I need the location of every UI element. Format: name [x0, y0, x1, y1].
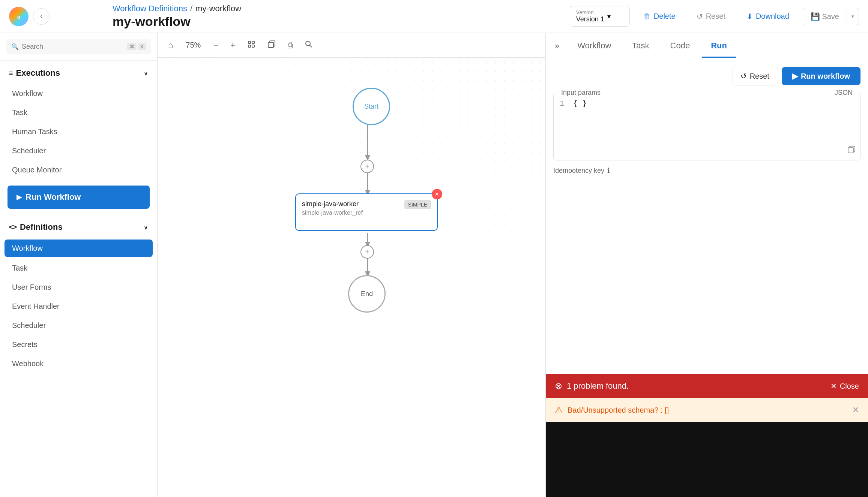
info-icon: ℹ — [607, 166, 610, 175]
svg-rect-2 — [248, 41, 251, 43]
error-close-button[interactable]: ✕ Close — [830, 382, 859, 391]
reset-icon: ↺ — [697, 12, 703, 21]
task-node[interactable]: simple-java-worker simple-java-worker_re… — [295, 193, 438, 231]
canvas-search-button[interactable] — [302, 37, 316, 54]
sidebar-item-event-handler[interactable]: Event Handler — [0, 297, 157, 316]
canvas-svg — [158, 58, 545, 497]
search-kbd: ⌘ K — [127, 43, 146, 50]
breadcrumb: Workflow Definitions / my-workflow — [113, 4, 564, 13]
canvas[interactable]: Start + simple-java-worker simple-java-w… — [158, 58, 545, 497]
search-icon: 🔍 — [11, 43, 19, 50]
sidebar-item-workflow-def[interactable]: Workflow — [5, 240, 153, 257]
main-layout: 🔍 ⌘ K ≡ Executions ∨ Workflow Task Human… — [0, 33, 868, 497]
input-params-box[interactable]: Input params JSON 1 { } — [553, 93, 860, 160]
back-button[interactable]: ‹ — [33, 8, 50, 25]
add-button-after-task[interactable]: + — [360, 245, 374, 259]
definitions-chevron-icon: ∨ — [144, 224, 148, 231]
idempotency-label: Idempotency key ℹ — [553, 166, 860, 175]
task-type-badge: SIMPLE — [404, 200, 431, 209]
panel-play-icon: ▶ — [792, 72, 798, 81]
zoom-level: 75% — [182, 41, 204, 49]
json-label: JSON — [832, 89, 856, 97]
breadcrumb-link[interactable]: Workflow Definitions — [113, 4, 187, 13]
canvas-area: ⌂ 75% − + ⎙ — [158, 33, 545, 497]
error-dismiss-button[interactable]: ✕ — [852, 405, 859, 415]
download-icon: ⬇ — [746, 12, 753, 21]
svg-rect-17 — [848, 148, 853, 153]
executions-chevron-icon: ∨ — [144, 70, 148, 77]
panel-run-button[interactable]: ▶ Run workflow — [782, 67, 860, 85]
executions-title: ≡ Executions — [9, 68, 60, 78]
logo-area: o ‹ — [9, 7, 107, 26]
fit-button[interactable] — [244, 37, 258, 54]
search-input[interactable] — [22, 43, 124, 51]
delete-button[interactable]: 🗑 Delete — [636, 8, 683, 24]
error-message: ⚠ Bad/Unsupported schema? : [] — [555, 405, 669, 415]
header-reset-button[interactable]: ↺ Reset — [689, 8, 733, 25]
delete-icon: 🗑 — [643, 12, 651, 21]
sidebar-item-webhook[interactable]: Webhook — [0, 354, 157, 373]
error-header-left: ⊗ 1 problem found. — [555, 381, 629, 391]
sidebar-item-workflow-execution[interactable]: Workflow — [0, 84, 157, 103]
search-input-wrap[interactable]: 🔍 ⌘ K — [6, 39, 151, 54]
svg-rect-5 — [252, 45, 254, 47]
svg-point-7 — [306, 41, 310, 46]
version-select[interactable]: Version Version 1 ▾ — [570, 6, 630, 27]
sidebar-item-secrets[interactable]: Secrets — [0, 335, 157, 354]
line-number: 1 — [560, 99, 569, 108]
save-caret-icon: ▾ — [851, 13, 854, 19]
start-node: Start — [353, 88, 390, 125]
add-button-after-start[interactable]: + — [360, 160, 374, 173]
executions-section: ≡ Executions ∨ Workflow Task Human Tasks… — [0, 61, 157, 180]
copy-button[interactable] — [847, 145, 856, 156]
error-title: 1 problem found. — [567, 381, 629, 391]
svg-text:o: o — [17, 14, 21, 20]
code-line-1: 1 { } — [560, 99, 854, 108]
tab-task[interactable]: Task — [623, 35, 658, 58]
definitions-header[interactable]: <> Definitions ∨ — [0, 215, 157, 238]
error-body: ⚠ Bad/Unsupported schema? : [] ✕ — [546, 398, 868, 422]
task-ref: simple-java-worker_ref — [302, 210, 431, 216]
print-button[interactable]: ⎙ — [285, 37, 296, 53]
save-button[interactable]: 💾 Save — [803, 8, 847, 25]
run-workflow-button[interactable]: ▶ Run Workflow — [8, 186, 150, 209]
save-caret-button[interactable]: ▾ — [847, 10, 859, 23]
header-actions: Version Version 1 ▾ 🗑 Delete ↺ Reset ⬇ D… — [570, 6, 859, 27]
expand-button[interactable]: » — [552, 38, 562, 54]
clone-button[interactable] — [264, 37, 279, 54]
sidebar-item-scheduler-def[interactable]: Scheduler — [0, 316, 157, 335]
tab-workflow[interactable]: Workflow — [568, 35, 620, 58]
close-x-icon: ✕ — [830, 382, 837, 391]
code-content: { } — [573, 99, 587, 108]
sidebar: 🔍 ⌘ K ≡ Executions ∨ Workflow Task Human… — [0, 33, 158, 497]
right-panel-content: ↺ Reset ▶ Run workflow Input params JSON… — [546, 59, 868, 497]
tab-run[interactable]: Run — [702, 35, 736, 58]
task-close-button[interactable]: ✕ — [432, 189, 442, 199]
breadcrumb-area: Workflow Definitions / my-workflow my-wo… — [113, 4, 564, 29]
canvas-toolbar: ⌂ 75% − + ⎙ — [158, 33, 545, 58]
download-button[interactable]: ⬇ Download — [739, 8, 797, 25]
svg-rect-6 — [268, 42, 273, 48]
executions-header[interactable]: ≡ Executions ∨ — [0, 61, 157, 84]
svg-rect-4 — [248, 45, 251, 47]
kbd-cmd: ⌘ — [127, 43, 137, 50]
sidebar-item-user-forms[interactable]: User Forms — [0, 278, 157, 297]
code-icon: <> — [9, 223, 17, 231]
tab-code[interactable]: Code — [661, 35, 699, 58]
error-dark-area — [546, 422, 868, 497]
right-panel: » Workflow Task Code Run ↺ Reset ▶ Run w… — [545, 33, 868, 497]
zoom-out-button[interactable]: − — [210, 37, 221, 53]
panel-reset-button[interactable]: ↺ Reset — [733, 67, 777, 85]
header: o ‹ Workflow Definitions / my-workflow m… — [0, 0, 868, 33]
search-bar: 🔍 ⌘ K — [0, 33, 157, 61]
version-value: Version 1 — [576, 15, 604, 23]
sidebar-item-task-execution[interactable]: Task — [0, 103, 157, 122]
sidebar-item-scheduler[interactable]: Scheduler — [0, 141, 157, 160]
panel-actions: ↺ Reset ▶ Run workflow — [553, 67, 860, 85]
sidebar-item-queue-monitor[interactable]: Queue Monitor — [0, 160, 157, 180]
sidebar-item-human-tasks[interactable]: Human Tasks — [0, 122, 157, 141]
home-button[interactable]: ⌂ — [165, 37, 176, 53]
svg-line-8 — [310, 45, 312, 47]
sidebar-item-task-def[interactable]: Task — [0, 259, 157, 278]
zoom-in-button[interactable]: + — [227, 37, 238, 53]
